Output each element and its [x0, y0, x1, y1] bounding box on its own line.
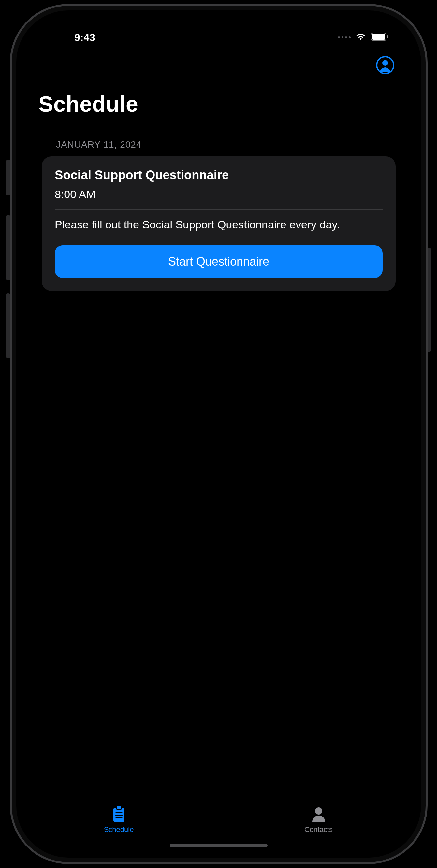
tab-label: Contacts	[304, 825, 333, 834]
dynamic-island	[176, 23, 261, 45]
clipboard-icon	[110, 805, 128, 824]
svg-rect-7	[115, 812, 123, 813]
header: Schedule	[19, 52, 418, 126]
svg-point-4	[382, 60, 388, 66]
svg-rect-2	[387, 35, 388, 38]
wifi-icon	[355, 33, 366, 42]
card-title: Social Support Questionnaire	[55, 168, 382, 182]
card-description: Please fill out the Social Support Quest…	[55, 217, 382, 232]
divider	[55, 209, 382, 210]
svg-point-10	[315, 807, 322, 814]
person-circle-icon	[376, 56, 395, 76]
date-header: JANUARY 11, 2024	[42, 140, 396, 156]
svg-rect-9	[115, 817, 123, 818]
battery-icon	[371, 33, 389, 42]
schedule-card: Social Support Questionnaire 8:00 AM Ple…	[42, 156, 396, 291]
tab-label: Schedule	[104, 825, 134, 834]
cellular-dots-icon	[338, 36, 351, 38]
home-indicator[interactable]	[170, 844, 268, 847]
svg-rect-1	[372, 34, 385, 40]
start-questionnaire-button[interactable]: Start Questionnaire	[55, 245, 382, 278]
svg-rect-6	[116, 806, 122, 810]
tab-schedule[interactable]: Schedule	[19, 805, 219, 855]
page-title: Schedule	[38, 91, 399, 117]
person-icon	[310, 805, 328, 824]
account-button[interactable]	[375, 55, 396, 76]
schedule-content: JANUARY 11, 2024 Social Support Question…	[19, 126, 418, 800]
device-frame: 9:43	[10, 4, 428, 864]
svg-rect-8	[115, 815, 123, 816]
tab-contacts[interactable]: Contacts	[219, 805, 418, 855]
screen: 9:43	[19, 13, 418, 855]
card-time: 8:00 AM	[55, 188, 382, 201]
